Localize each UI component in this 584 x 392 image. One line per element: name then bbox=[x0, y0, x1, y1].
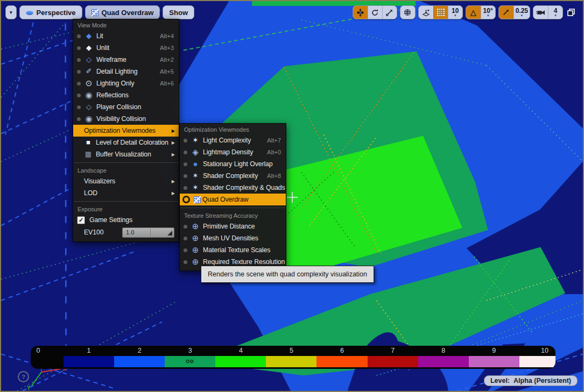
menu-item-label: Lit bbox=[96, 32, 157, 40]
camera-speed-value-dropdown[interactable]: 4 ▾ bbox=[548, 6, 562, 19]
menu-item-wireframe[interactable]: ◇ Wireframe Alt+2 bbox=[73, 54, 179, 66]
viewmode-button[interactable]: Quad Overdraw bbox=[85, 5, 160, 19]
stationary-light-overlap-icon: ● bbox=[189, 158, 201, 170]
submenu-item-quad-overdraw[interactable]: Quad Overdraw bbox=[180, 194, 286, 205]
rotate-tool-button[interactable] bbox=[368, 6, 382, 19]
submenu-item-shader-complexity-quads[interactable]: ✶ Shader Complexity & Quads bbox=[180, 182, 286, 194]
maximize-viewport-button[interactable] bbox=[566, 7, 576, 18]
legend-swatch bbox=[368, 356, 418, 367]
scale-icon bbox=[385, 9, 393, 17]
menu-item-lit[interactable]: ◆ Lit Alt+4 bbox=[73, 30, 179, 42]
menu-item-label: Primitive Distance bbox=[203, 223, 286, 230]
submenu-item-material-texture-scales[interactable]: ⊕ Material Texture Scales bbox=[180, 244, 286, 256]
menu-item-buffer-visualization[interactable]: ▦ Buffer Visualization ▶ bbox=[73, 148, 179, 160]
menu-item-lod[interactable]: LOD ▶ bbox=[73, 187, 179, 199]
ev100-value: 1.0 bbox=[123, 229, 134, 236]
legend-number: 1 bbox=[81, 347, 96, 354]
level-badge-value: Alpha (Persistent) bbox=[513, 377, 571, 384]
legend-swatch bbox=[519, 356, 555, 367]
menu-item-unlit[interactable]: ◆ Unlit Alt+3 bbox=[73, 42, 179, 54]
radio-dot bbox=[184, 151, 187, 154]
legend-number: 4 bbox=[233, 347, 248, 354]
mesh-uv-densities-icon: ⊕ bbox=[189, 232, 201, 244]
menu-separator bbox=[74, 201, 178, 202]
game-settings-checkbox[interactable]: ✓ bbox=[77, 216, 85, 224]
caret-down-icon: ▾ bbox=[10, 10, 12, 15]
submenu-item-light-complexity[interactable]: ✶ Light Complexity Alt+7 bbox=[180, 134, 286, 146]
exposure-section-title: Exposure bbox=[73, 204, 179, 214]
submenu-arrow-icon: ▶ bbox=[172, 191, 175, 196]
grid-snap-value: 10 bbox=[452, 8, 459, 14]
radio-dot bbox=[184, 139, 187, 142]
menu-item-level-of-detail-coloration[interactable]: ■ Level of Detail Coloration ▶ bbox=[73, 137, 179, 148]
rotation-snap-value-dropdown[interactable]: 10° ▾ bbox=[481, 6, 495, 19]
surface-snap-button[interactable] bbox=[419, 6, 433, 19]
menu-item-shortcut: Alt+4 bbox=[160, 33, 174, 39]
grid-snap-value-dropdown[interactable]: 10 ▾ bbox=[448, 6, 462, 19]
move-tool-button[interactable] bbox=[353, 6, 368, 19]
submenu-item-stationary-light-overlap[interactable]: ● Stationary Light Overlap bbox=[180, 158, 286, 170]
reflections-icon: ◉ bbox=[83, 89, 95, 101]
menu-item-game-settings[interactable]: ✓ Game Settings bbox=[73, 214, 179, 226]
world-space-button[interactable] bbox=[400, 6, 415, 19]
menu-item-shortcut: Alt+2 bbox=[160, 56, 174, 63]
menu-separator bbox=[180, 208, 285, 208]
menu-item-optimization-viewmodes[interactable]: Optimization Viewmodes ▶ bbox=[73, 125, 179, 137]
menu-item-visibility-collision[interactable]: ◉ Visibility Collision bbox=[73, 113, 179, 125]
texture-streaming-section-title: Texture Streaming Accuracy bbox=[180, 210, 286, 220]
caret-down-icon: ▾ bbox=[487, 14, 489, 17]
move-icon bbox=[356, 9, 364, 17]
menu-item-lighting-only[interactable]: ⊙ Lighting Only Alt+6 bbox=[73, 77, 179, 89]
ev100-row: EV100 1.0 bbox=[73, 226, 179, 239]
menu-item-label: Material Texture Scales bbox=[203, 246, 286, 254]
overdraw-legend-bar: 0 1 2 3 4 5 6 7 8 9 10 OD bbox=[31, 346, 555, 369]
menu-separator bbox=[74, 162, 178, 163]
level-badge: Level: Alpha (Persistent) bbox=[484, 375, 578, 386]
menu-item-shortcut: Alt+6 bbox=[160, 80, 174, 87]
grid-snap-toggle[interactable] bbox=[433, 6, 448, 19]
legend-number: 0 bbox=[31, 347, 46, 354]
scale-snap-value-dropdown[interactable]: 0.25 ▾ bbox=[513, 6, 530, 19]
scale-tool-button[interactable] bbox=[382, 6, 397, 19]
submenu-item-primitive-distance[interactable]: ⊕ Primitive Distance bbox=[180, 220, 286, 232]
help-button[interactable]: ? bbox=[18, 371, 29, 382]
menu-item-label: Optimization Viewmodes bbox=[84, 127, 172, 134]
submenu-item-lightmap-density[interactable]: ◈ Lightmap Density Alt+0 bbox=[180, 146, 286, 158]
legend-od-label: OD bbox=[182, 359, 198, 364]
menu-item-label: Light Complexity bbox=[203, 137, 264, 144]
menu-item-player-collision[interactable]: ◇ Player Collision bbox=[73, 101, 179, 113]
menu-item-label: Lightmap Density bbox=[203, 148, 264, 156]
player-collision-icon: ◇ bbox=[83, 101, 95, 113]
scale-snap-toggle[interactable] bbox=[499, 6, 513, 19]
rotation-snap-icon: △ bbox=[470, 9, 476, 16]
spinbox-divider bbox=[150, 229, 151, 237]
menu-item-detail-lighting[interactable]: ✐ Detail Lighting Alt+5 bbox=[73, 66, 179, 77]
perspective-button[interactable]: Perspective bbox=[19, 5, 82, 19]
legend-number: 10 bbox=[537, 347, 552, 354]
menu-item-label: Player Collision bbox=[96, 103, 179, 111]
radio-dot bbox=[184, 225, 187, 229]
legend-number: 5 bbox=[284, 347, 299, 354]
rotation-snap-toggle[interactable]: △ bbox=[466, 6, 481, 19]
radio-dot bbox=[77, 70, 81, 74]
ev100-spinbox[interactable]: 1.0 bbox=[122, 227, 174, 238]
menu-item-visualizers[interactable]: Visualizers ▶ bbox=[73, 175, 179, 187]
rotation-snap-value: 10° bbox=[483, 8, 493, 14]
submenu-item-mesh-uv-densities[interactable]: ⊕ Mesh UV Densities bbox=[180, 232, 286, 244]
legend-number: 9 bbox=[487, 347, 502, 354]
submenu-item-shader-complexity[interactable]: ✶ Shader Complexity Alt+8 bbox=[180, 170, 286, 182]
radio-dot bbox=[77, 46, 81, 50]
menu-item-label: Stationary Light Overlap bbox=[203, 160, 286, 168]
camera-speed-button[interactable] bbox=[533, 6, 548, 19]
menu-item-reflections[interactable]: ◉ Reflections bbox=[73, 89, 179, 101]
menu-item-shortcut: Alt+3 bbox=[160, 45, 174, 51]
menu-item-shortcut: Alt+5 bbox=[160, 68, 174, 75]
viewport[interactable]: ▾ Perspective Quad Overdraw Show bbox=[0, 0, 584, 392]
legend-swatch bbox=[114, 356, 165, 367]
radio-dot bbox=[77, 117, 81, 121]
show-button[interactable]: Show bbox=[163, 5, 194, 19]
shader-complexity-icon: ✶ bbox=[189, 170, 201, 182]
menu-item-label: Shader Complexity & Quads bbox=[203, 184, 286, 191]
tooltip: Renders the scene with quad complexity v… bbox=[201, 266, 374, 283]
viewport-options-button[interactable]: ▾ bbox=[5, 5, 17, 19]
